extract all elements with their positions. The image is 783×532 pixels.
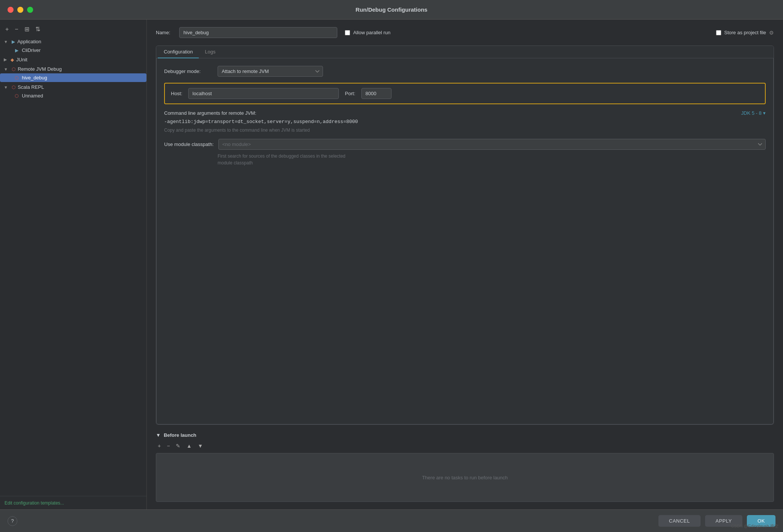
tab-bar: Configuration Logs [156, 46, 774, 58]
debugger-mode-select[interactable]: Attach to remote JVM Listen to remote JV… [218, 66, 323, 77]
host-input[interactable] [188, 88, 339, 99]
store-project-group: Store as project file ⚙ [716, 30, 774, 36]
unnamed-icon: ⬡ [14, 93, 20, 99]
port-label: Port: [345, 91, 355, 96]
scala-repl-group-label: Scala REPL [18, 84, 44, 90]
sidebar: + − ⊞ ⇅ ▼ ▶ Application ▶ CliDriver ▶ ◆ … [0, 20, 147, 509]
before-launch-area: There are no tasks to run before launch [156, 453, 774, 502]
cmd-hint: Copy and paste the arguments to the comm… [164, 128, 766, 133]
jdk-label: JDK 5 - 8 [741, 110, 762, 116]
sidebar-group-remote-jvm-header[interactable]: ▼ ⬡ Remote JVM Debug [0, 65, 146, 73]
before-launch-edit-button[interactable]: ✎ [174, 442, 182, 450]
remote-jvm-expand-arrow: ▼ [4, 67, 8, 71]
sidebar-footer: Edit configuration templates... [0, 496, 146, 509]
module-hint: First search for sources of the debugged… [218, 153, 766, 166]
junit-expand-arrow: ▶ [4, 57, 7, 62]
name-label: Name: [156, 30, 170, 35]
traffic-lights [8, 7, 33, 13]
remote-jvm-group-icon: ⬡ [12, 67, 15, 72]
maximize-button[interactable] [27, 7, 33, 13]
window-title: Run/Debug Configurations [356, 6, 428, 13]
module-classpath-row: Use module classpath: <no module> [164, 139, 766, 150]
host-label: Host: [171, 91, 182, 96]
module-classpath-label: Use module classpath: [164, 141, 214, 147]
application-group-label: Application [17, 39, 41, 44]
application-group-icon: ▶ [12, 39, 15, 44]
jdk-arrow-icon: ▾ [763, 110, 766, 116]
before-launch-section: ▼ Before launch + − ✎ ▲ ▼ There are no t… [156, 432, 774, 502]
before-launch-arrow-icon: ▼ [156, 432, 161, 438]
application-expand-arrow: ▼ [4, 40, 8, 44]
module-classpath-select[interactable]: <no module> [218, 139, 766, 150]
sidebar-group-remote-jvm: ▼ ⬡ Remote JVM Debug ⬡ hive_debug [0, 65, 146, 82]
sidebar-group-junit: ▶ ◆ JUnit [0, 55, 146, 64]
cmd-value: -agentlib:jdwp=transport=dt_socket,serve… [164, 119, 766, 125]
clidriver-icon: ▶ [14, 48, 20, 53]
tabs-panel-container: Configuration Logs Debugger mode: Attach… [156, 46, 774, 425]
sidebar-group-scala-repl: ▼ ⬡ Scala REPL ⬡ Unnamed [0, 83, 146, 100]
before-launch-remove-button[interactable]: − [165, 442, 172, 450]
close-button[interactable] [8, 7, 14, 13]
scala-repl-expand-arrow: ▼ [4, 85, 8, 90]
remove-config-button[interactable]: − [13, 25, 20, 33]
cancel-button[interactable]: CANCEL [658, 515, 701, 527]
allow-parallel-label: Allow parallel run [353, 30, 390, 35]
before-launch-header: ▼ Before launch [156, 432, 774, 438]
before-launch-toolbar: + − ✎ ▲ ▼ [156, 442, 774, 450]
cmd-header-row: Command line arguments for remote JVM: J… [164, 110, 766, 116]
sidebar-item-clidriver[interactable]: ▶ CliDriver [0, 46, 146, 55]
clidriver-label: CliDriver [22, 47, 41, 53]
no-tasks-text: There are no tasks to run before launch [422, 475, 508, 480]
before-launch-move-up-button[interactable]: ▲ [184, 442, 193, 450]
bottom-bar: ? CANCEL APPLY OK [0, 509, 783, 532]
gear-icon[interactable]: ⚙ [769, 30, 774, 36]
content-area: Name: Allow parallel run Store as projec… [147, 20, 783, 509]
allow-parallel-group: Allow parallel run [345, 30, 390, 35]
hive-debug-label: hive_debug [22, 75, 47, 81]
store-project-checkbox[interactable] [716, 30, 721, 35]
help-button[interactable]: ? [8, 516, 17, 526]
sidebar-item-hive-debug[interactable]: ⬡ hive_debug [0, 73, 146, 82]
tab-configuration[interactable]: Configuration [158, 46, 199, 58]
bottom-left: ? [8, 516, 17, 526]
edit-templates-link[interactable]: Edit configuration templates... [5, 500, 64, 506]
scala-repl-group-icon: ⬡ [12, 85, 15, 90]
minimize-button[interactable] [17, 7, 23, 13]
sidebar-group-junit-header[interactable]: ▶ ◆ JUnit [0, 55, 146, 64]
module-hint-line2: module classpath [218, 160, 253, 166]
before-launch-add-button[interactable]: + [156, 442, 163, 450]
name-input[interactable] [179, 27, 337, 38]
config-panel: Debugger mode: Attach to remote JVM List… [156, 58, 774, 424]
port-input[interactable] [361, 88, 392, 99]
copy-config-button[interactable]: ⊞ [23, 25, 31, 33]
cmd-section: Command line arguments for remote JVM: J… [164, 110, 766, 133]
before-launch-move-down-button[interactable]: ▼ [196, 442, 205, 450]
sort-config-button[interactable]: ⇅ [34, 25, 42, 33]
unnamed-label: Unnamed [22, 93, 43, 99]
sidebar-group-application-header[interactable]: ▼ ▶ Application [0, 37, 146, 46]
sidebar-toolbar: + − ⊞ ⇅ [0, 23, 146, 37]
junit-group-icon: ◆ [11, 57, 14, 62]
module-hint-line1: First search for sources of the debugged… [218, 154, 346, 159]
jdk-link[interactable]: JDK 5 - 8 ▾ [741, 110, 766, 116]
hive-debug-icon: ⬡ [14, 75, 20, 81]
allow-parallel-checkbox[interactable] [345, 30, 350, 35]
sidebar-group-scala-repl-header[interactable]: ▼ ⬡ Scala REPL [0, 83, 146, 91]
remote-jvm-group-label: Remote JVM Debug [18, 66, 62, 72]
sidebar-item-unnamed[interactable]: ⬡ Unnamed [0, 91, 146, 100]
main-layout: + − ⊞ ⇅ ▼ ▶ Application ▶ CliDriver ▶ ◆ … [0, 20, 783, 509]
junit-group-label: JUnit [16, 57, 27, 62]
before-launch-label: Before launch [164, 432, 197, 438]
watermark: CSDN @Edingbrush.南空 [731, 523, 778, 529]
title-bar: Run/Debug Configurations [0, 0, 783, 20]
host-port-box: Host: Port: [164, 83, 766, 104]
header-row: Name: Allow parallel run Store as projec… [156, 27, 774, 38]
tab-logs[interactable]: Logs [199, 46, 221, 58]
cmd-label: Command line arguments for remote JVM: [164, 110, 256, 116]
sidebar-group-application: ▼ ▶ Application ▶ CliDriver [0, 37, 146, 55]
debugger-mode-label: Debugger mode: [164, 68, 213, 74]
debugger-mode-row: Debugger mode: Attach to remote JVM List… [164, 66, 766, 77]
store-project-label: Store as project file [724, 30, 766, 35]
add-config-button[interactable]: + [4, 25, 10, 33]
